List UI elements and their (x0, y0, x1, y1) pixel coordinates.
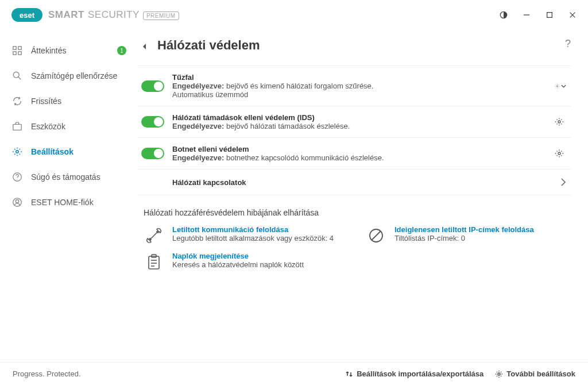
sidebar-item-help[interactable]: Súgó és támogatás (0, 164, 138, 190)
svg-rect-9 (13, 52, 16, 55)
user-icon (11, 197, 23, 208)
brand-word-1: SMART (48, 9, 84, 21)
sidebar-item-label: Beállítások (31, 147, 74, 156)
sidebar-item-update[interactable]: Frissítés (0, 88, 138, 114)
block-icon (366, 225, 386, 246)
brand: eset SMART SECURITY PREMIUM (11, 8, 179, 22)
eset-logo: eset (11, 8, 42, 22)
footer-tagline: Progress. Protected. (13, 369, 81, 378)
refresh-icon (11, 95, 23, 107)
ts-show-logs[interactable]: Naplók megjelenítése Keresés a hálózatvé… (144, 252, 349, 272)
footer-action-label: Beállítások importálása/exportálása (357, 369, 483, 378)
chevron-right-icon (560, 178, 566, 187)
overview-icon (11, 45, 23, 56)
toggle-botnet[interactable] (141, 148, 164, 159)
svg-point-11 (13, 72, 19, 78)
window-controls (498, 10, 582, 20)
ts-sub: Legutóbb letiltott alkalmazások vagy esz… (172, 234, 334, 242)
protection-panel: Tűzfal Engedélyezve: bejövő és kimenő há… (138, 66, 571, 195)
row-sub: Engedélyezve: bejövő hálózati támadások … (172, 122, 555, 130)
sidebar-item-label: Frissítés (31, 97, 61, 106)
ts-sub: Tiltólistás IP-címek: 0 (394, 234, 534, 242)
sidebar-item-settings[interactable]: Beállítások (0, 139, 138, 164)
sidebar-item-label: Súgó és támogatás (31, 172, 100, 182)
chevron-down-icon (561, 82, 566, 91)
sidebar-item-scan[interactable]: Számítógép ellenőrzése (0, 63, 138, 88)
row-botnet: Botnet elleni védelem Engedélyezve: botn… (138, 138, 571, 170)
svg-rect-4 (547, 13, 552, 18)
footer-action-label: További beállítások (506, 369, 575, 378)
briefcase-icon (11, 121, 23, 132)
sidebar-item-label: Számítógép ellenőrzése (31, 71, 117, 80)
sidebar-item-tools[interactable]: Eszközök (0, 114, 138, 139)
help-button[interactable]: ? (565, 38, 571, 50)
ts-sub: Keresés a hálózatvédelmi naplók között (172, 260, 304, 269)
row-title: Hálózati támadások elleni védelem (IDS) (172, 113, 555, 122)
ts-unblock-comm[interactable]: Letiltott kommunikáció feloldása Legutób… (144, 225, 349, 246)
row-ids: Hálózati támadások elleni védelem (IDS) … (138, 106, 571, 138)
search-icon (11, 70, 23, 82)
sidebar-item-account[interactable]: ESET HOME-fiók (0, 190, 138, 215)
svg-rect-24 (149, 256, 159, 269)
gear-icon (11, 146, 23, 157)
gear-icon (495, 370, 503, 378)
troubleshoot-title: Hálózati hozzáférésvédelem hibájának elh… (144, 208, 571, 217)
minimize-button[interactable] (521, 10, 532, 20)
row-sub: Engedélyezve: botnethez kapcsolódó kommu… (172, 153, 555, 162)
back-arrow-icon[interactable] (141, 42, 148, 49)
row-gear-botnet[interactable] (555, 149, 566, 158)
toggle-ids[interactable] (141, 116, 164, 128)
brand-word-2: SECURITY (88, 9, 140, 21)
page-title: Hálózati védelem (157, 38, 260, 53)
svg-rect-13 (13, 124, 21, 130)
svg-line-23 (372, 231, 381, 240)
sidebar: Áttekintés 1 Számítógép ellenőrzése Fris… (0, 30, 138, 362)
ts-unblock-ip[interactable]: Ideiglenesen letiltott IP-címek feloldás… (366, 225, 571, 246)
wrench-icon (144, 225, 164, 246)
brand-text: SMART SECURITY PREMIUM (48, 9, 179, 21)
svg-rect-7 (13, 47, 16, 49)
footer-import-export[interactable]: Beállítások importálása/exportálása (345, 369, 483, 378)
main: ? Hálózati védelem Tűzfal Engedélyezve: … (138, 30, 588, 362)
sidebar-item-label: Eszközök (31, 122, 65, 131)
svg-rect-10 (18, 52, 21, 55)
import-export-icon (345, 370, 353, 378)
sidebar-item-label: Áttekintés (31, 46, 66, 55)
row-title: Tűzfal (172, 73, 555, 82)
close-button[interactable] (567, 10, 578, 20)
svg-point-18 (16, 200, 18, 203)
row-gear-ids[interactable] (555, 117, 566, 126)
contrast-icon[interactable] (498, 10, 509, 20)
svg-point-20 (558, 121, 560, 123)
overview-badge: 1 (117, 46, 126, 55)
row-network-connections[interactable]: Hálózati kapcsolatok (138, 170, 571, 195)
row-title: Botnet elleni védelem (172, 145, 555, 153)
svg-point-16 (17, 179, 17, 179)
row-firewall: Tűzfal Engedélyezve: bejövő és kimenő há… (138, 66, 571, 106)
svg-point-19 (556, 85, 558, 86)
row-gear-firewall[interactable] (555, 82, 566, 91)
troubleshoot-grid: Letiltott kommunikáció feloldása Legutób… (138, 225, 571, 272)
row-mode: Automatikus üzemmód (172, 90, 555, 99)
ts-title: Ideiglenesen letiltott IP-címek feloldás… (394, 225, 534, 234)
row-sub: Engedélyezve: bejövő és kimenő hálózati … (172, 82, 555, 90)
sidebar-item-overview[interactable]: Áttekintés 1 (0, 38, 138, 63)
svg-rect-8 (18, 47, 21, 49)
maximize-button[interactable] (544, 10, 555, 20)
link-row-label: Hálózati kapcsolatok (172, 178, 560, 187)
toggle-firewall[interactable] (141, 80, 164, 92)
sidebar-item-label: ESET HOME-fiók (31, 198, 94, 207)
ts-title: Letiltott kommunikáció feloldása (172, 225, 334, 234)
svg-point-29 (498, 373, 500, 375)
titlebar: eset SMART SECURITY PREMIUM (0, 0, 588, 30)
svg-point-14 (16, 151, 19, 153)
premium-badge: PREMIUM (143, 11, 179, 20)
footer-advanced-settings[interactable]: További beállítások (495, 369, 575, 378)
svg-point-21 (558, 152, 560, 155)
footer: Progress. Protected. Beállítások importá… (0, 362, 588, 385)
clipboard-icon (144, 252, 164, 272)
help-icon (11, 171, 23, 183)
svg-line-12 (18, 77, 21, 80)
ts-title: Naplók megjelenítése (172, 252, 304, 260)
svg-text:eset: eset (20, 11, 35, 20)
